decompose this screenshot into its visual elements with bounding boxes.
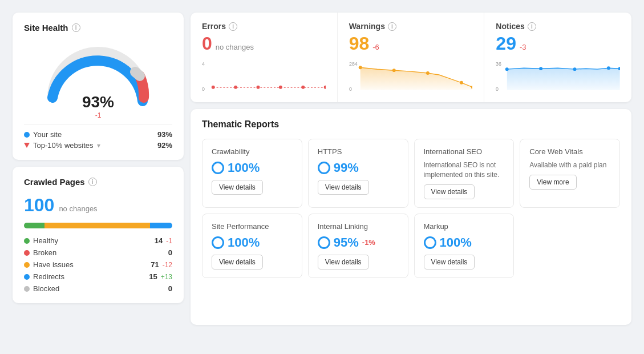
core-web-vitals-view-btn[interactable]: View more: [529, 175, 576, 190]
healthy-delta: -1: [166, 237, 172, 245]
healthy-label: Healthy: [33, 236, 58, 245]
warnings-value-row: 98 -6: [349, 33, 473, 54]
crawled-pages-card: Crawled Pages i 100 no changes Healthy 1…: [13, 167, 184, 303]
markup-box: Markup 100% View details: [414, 214, 515, 278]
https-box: HTTPS 99% View details: [308, 139, 408, 208]
legend-top-sites[interactable]: Top-10% websites ▾ 92%: [24, 141, 172, 150]
svg-text:0: 0: [349, 86, 352, 92]
issues-delta: -12: [163, 261, 172, 269]
site-health-label: Site Health: [24, 23, 68, 33]
notices-value: 29: [496, 33, 516, 54]
internal-linking-circle-icon: [318, 236, 330, 249]
thematic-reports-card: Thematic Reports Crawlability 100% View …: [191, 109, 631, 325]
intl-seo-view-btn[interactable]: View details: [424, 184, 475, 199]
list-item: Broken 0: [24, 248, 172, 257]
core-web-vitals-note: Available with a paid plan: [529, 160, 610, 170]
svg-point-20: [540, 67, 543, 70]
issues-label: Have issues: [33, 260, 74, 269]
https-score: 99%: [318, 160, 399, 175]
errors-value: 0: [202, 33, 212, 54]
site-performance-circle-icon: [212, 236, 224, 249]
warnings-delta: -6: [372, 43, 379, 51]
svg-point-7: [324, 86, 326, 89]
svg-point-19: [505, 67, 509, 71]
svg-point-22: [607, 66, 610, 70]
top-sites-value: 92%: [157, 141, 172, 150]
broken-label: Broken: [33, 248, 56, 257]
dashboard: Site Health i 93% -1: [6, 6, 638, 354]
errors-info-icon[interactable]: i: [229, 22, 237, 31]
gauge-container: 93% -1: [24, 41, 172, 119]
list-item: Blocked 0: [24, 284, 172, 293]
reports-grid-row2: Site Performance 100% View details Inter…: [202, 214, 620, 278]
svg-text:0: 0: [202, 86, 205, 92]
errors-cell: Errors i 0 no changes 4 0: [191, 13, 338, 102]
errors-label: Errors i: [202, 22, 326, 31]
svg-point-3: [234, 86, 237, 89]
https-view-btn[interactable]: View details: [318, 180, 369, 195]
broken-val: 0: [168, 248, 172, 257]
redirects-label: Redirects: [33, 272, 64, 281]
warnings-info-icon[interactable]: i: [388, 22, 396, 31]
gauge-value: 93% -1: [82, 93, 114, 119]
blocked-val: 0: [168, 284, 172, 293]
svg-point-12: [392, 69, 395, 72]
legend-your-site: Your site 93%: [24, 130, 172, 139]
notices-spark-svg: 36 0: [496, 59, 620, 93]
markup-circle-icon: [424, 236, 436, 249]
issues-val: 71: [151, 260, 159, 269]
intl-seo-note: International SEO is not implemented on …: [424, 160, 505, 180]
warnings-value: 98: [349, 33, 370, 54]
gauge-percent: 93%: [82, 93, 114, 111]
gauge-delta: -1: [82, 111, 114, 119]
your-site-dot: [24, 132, 30, 138]
warnings-label: Warnings i: [349, 22, 473, 31]
crawled-no-change: no changes: [59, 204, 97, 213]
internal-linking-score: 95% -1%: [318, 235, 399, 250]
right-panel: Errors i 0 no changes 4 0: [191, 13, 631, 325]
blocked-dot: [24, 286, 30, 292]
markup-view-btn[interactable]: View details: [424, 255, 475, 269]
https-circle-icon: [318, 162, 330, 174]
warnings-cell: Warnings i 98 -6 284 0: [338, 13, 485, 102]
redirects-dot: [24, 274, 30, 280]
top-sites-icon: [24, 143, 30, 148]
intl-seo-box: International SEO International SEO is n…: [414, 139, 515, 208]
crawled-number: 100: [24, 195, 54, 216]
healthy-dot: [24, 238, 30, 244]
crawled-count: 100 no changes: [24, 195, 98, 216]
site-health-info-icon[interactable]: i: [72, 23, 80, 32]
legend: Your site 93% Top-10% websites ▾ 92%: [24, 130, 172, 150]
notices-sparkline: 36 0: [496, 59, 620, 93]
site-performance-box: Site Performance 100% View details: [202, 214, 302, 278]
pb-redirects: [150, 223, 172, 228]
healthy-val: 14: [155, 236, 163, 245]
notices-label: Notices i: [496, 22, 620, 31]
notices-value-row: 29 -3: [496, 33, 620, 54]
core-web-vitals-box: Core Web Vitals Available with a paid pl…: [520, 139, 620, 208]
stats-row: Errors i 0 no changes 4 0: [191, 13, 631, 102]
crawled-pages-title: Crawled Pages i: [24, 177, 172, 187]
svg-marker-18: [507, 68, 620, 90]
crawled-pages-label: Crawled Pages: [24, 177, 85, 187]
notices-info-icon[interactable]: i: [528, 22, 536, 31]
svg-text:4: 4: [202, 61, 205, 67]
site-performance-view-btn[interactable]: View details: [212, 255, 263, 269]
internal-linking-view-btn[interactable]: View details: [318, 255, 369, 269]
site-health-card: Site Health i 93% -1: [13, 13, 184, 160]
svg-point-11: [358, 66, 362, 69]
svg-point-4: [257, 86, 260, 89]
issues-dot: [24, 262, 30, 268]
crawlability-view-btn[interactable]: View details: [212, 180, 263, 195]
internal-linking-box: Internal Linking 95% -1% View details: [308, 214, 408, 278]
blocked-label: Blocked: [33, 284, 59, 293]
errors-no-changes: no changes: [216, 43, 254, 51]
site-performance-score: 100%: [212, 235, 293, 250]
crawled-pages-info-icon[interactable]: i: [88, 178, 97, 186]
pb-issues: [44, 223, 150, 228]
top-sites-chevron[interactable]: ▾: [97, 142, 100, 150]
svg-point-5: [279, 86, 282, 89]
svg-point-13: [426, 71, 430, 75]
your-site-label: Your site: [33, 130, 62, 139]
warnings-spark-svg: 284 0: [349, 59, 473, 93]
